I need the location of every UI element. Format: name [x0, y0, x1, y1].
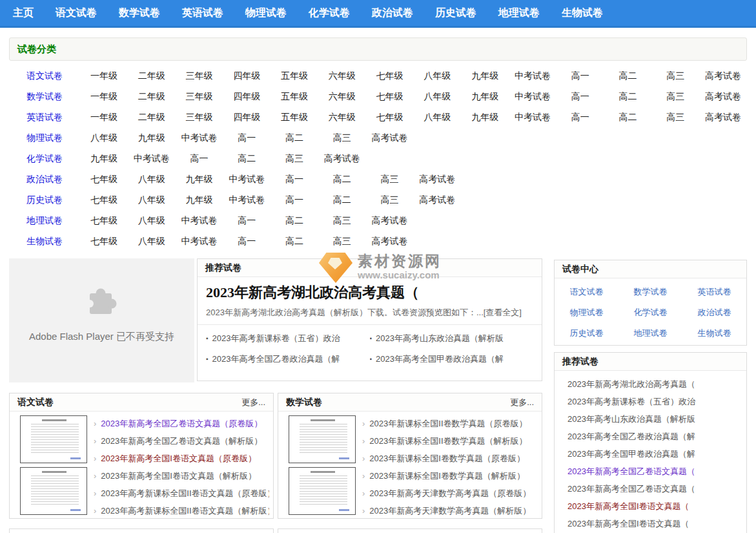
grade-link[interactable]: 六年级 [329, 91, 356, 101]
grade-link[interactable]: 四年级 [233, 112, 260, 122]
grade-link[interactable]: 高一 [238, 236, 256, 246]
paper-center-link[interactable]: 英语试卷 [682, 282, 746, 302]
paper-center-link[interactable]: 数学试卷 [618, 282, 682, 302]
recommended-item[interactable]: 2023年新高考全国I卷语文真题（ [567, 515, 746, 532]
grade-link[interactable]: 高一 [238, 215, 256, 225]
grade-link[interactable]: 五年级 [281, 70, 308, 81]
nav-item-5[interactable]: 化学试卷 [298, 0, 361, 26]
grade-link[interactable]: 高考试卷 [324, 153, 360, 163]
paper-thumbnail[interactable] [20, 415, 87, 463]
paper-center-link[interactable]: 语文试卷 [555, 282, 618, 302]
grade-link[interactable]: 中考试卷 [181, 132, 217, 143]
grade-link[interactable]: 高考试卷 [419, 194, 455, 205]
grade-link[interactable]: 高考试卷 [419, 174, 455, 184]
grade-link[interactable]: 中考试卷 [515, 70, 551, 81]
grade-link[interactable]: 高三 [381, 174, 399, 184]
grade-link[interactable]: 高二 [333, 174, 351, 184]
featured-link[interactable]: 2023年高考全国乙卷政治真题（解 [206, 353, 370, 365]
grade-link[interactable]: 九年级 [90, 153, 117, 163]
grade-link[interactable]: 八年级 [138, 174, 165, 184]
grade-link[interactable]: 中考试卷 [515, 91, 551, 101]
grade-link[interactable]: 高考试卷 [372, 215, 408, 225]
more-link[interactable]: 更多... [510, 393, 534, 411]
paper-link[interactable]: 2023年新课标全国II卷数学真题（解析版） [362, 432, 538, 450]
grade-link[interactable]: 八年级 [138, 236, 165, 246]
grade-link[interactable]: 高三 [381, 194, 399, 205]
grade-link[interactable]: 三年级 [185, 112, 212, 122]
paper-link[interactable]: 2023年新高考全国I卷语文真题（解析版） [94, 467, 269, 485]
grade-link[interactable]: 高二 [618, 70, 637, 81]
grade-link[interactable]: 八年级 [424, 112, 451, 122]
grade-link[interactable]: 高三 [333, 236, 351, 246]
grade-link[interactable]: 高二 [618, 91, 637, 101]
grade-link[interactable]: 三年级 [185, 91, 212, 101]
grade-link[interactable]: 九年级 [471, 91, 498, 101]
paper-link[interactable]: 2023年新高考天津数学高考真题（解析版） [362, 502, 538, 519]
recommended-item[interactable]: 2023年新高考全国I卷语文真题（ [567, 497, 746, 515]
grade-link[interactable]: 高一 [571, 70, 589, 81]
grade-link[interactable]: 中考试卷 [181, 215, 217, 225]
grade-link[interactable]: 一年级 [90, 112, 117, 122]
grade-link[interactable]: 八年级 [138, 215, 165, 225]
grade-link[interactable]: 八年级 [90, 132, 117, 143]
grade-link[interactable]: 高一 [571, 91, 589, 101]
grade-link[interactable]: 六年级 [329, 70, 356, 81]
grade-link[interactable]: 高考试卷 [705, 91, 741, 101]
grade-link[interactable]: 二年级 [138, 112, 165, 122]
grade-link[interactable]: 高一 [571, 112, 589, 122]
grade-link[interactable]: 中考试卷 [181, 236, 217, 246]
grade-link[interactable]: 高二 [618, 112, 637, 122]
recommended-item[interactable]: 2023年高考全国甲卷政治真题（解 [567, 445, 746, 463]
paper-thumbnail[interactable] [289, 415, 356, 463]
nav-item-8[interactable]: 地理试卷 [487, 0, 551, 26]
grade-link[interactable]: 八年级 [424, 70, 451, 81]
nav-item-0[interactable]: 主页 [2, 0, 45, 26]
grade-link[interactable]: 四年级 [233, 70, 260, 81]
paper-thumbnail[interactable] [289, 467, 356, 515]
grade-link[interactable]: 高一 [285, 174, 303, 184]
paper-link[interactable]: 2023年新高考天津数学高考真题（原卷版） [362, 485, 538, 502]
nav-item-9[interactable]: 生物试卷 [551, 0, 614, 26]
subject-link[interactable]: 历史试卷 [26, 194, 63, 205]
grade-link[interactable]: 三年级 [185, 70, 212, 81]
grade-link[interactable]: 高考试卷 [372, 132, 408, 143]
paper-center-link[interactable]: 地理试卷 [618, 323, 682, 344]
paper-center-link[interactable]: 历史试卷 [555, 323, 618, 344]
paper-center-link[interactable]: 生物试卷 [682, 323, 746, 344]
grade-link[interactable]: 高三 [333, 132, 351, 143]
subject-link[interactable]: 生物试卷 [26, 236, 63, 246]
grade-link[interactable]: 高三 [285, 153, 303, 163]
grade-link[interactable]: 中考试卷 [229, 174, 265, 184]
grade-link[interactable]: 中考试卷 [515, 112, 551, 122]
featured-link[interactable]: 2023年高考全国甲卷政治真题（解 [370, 353, 534, 365]
subject-link[interactable]: 语文试卷 [26, 70, 63, 81]
grade-link[interactable]: 六年级 [329, 112, 356, 122]
subject-link[interactable]: 政治试卷 [26, 174, 63, 184]
more-link[interactable]: 更多... [241, 393, 265, 411]
nav-item-2[interactable]: 数学试卷 [108, 0, 171, 26]
subject-link[interactable]: 数学试卷 [26, 91, 63, 101]
grade-link[interactable]: 中考试卷 [229, 194, 265, 205]
grade-link[interactable]: 高二 [285, 132, 303, 143]
grade-link[interactable]: 八年级 [424, 91, 451, 101]
grade-link[interactable]: 二年级 [138, 91, 165, 101]
grade-link[interactable]: 五年级 [281, 91, 308, 101]
recommended-item[interactable]: 2023年高考新课标卷（五省）政治 [567, 393, 746, 410]
subject-link[interactable]: 英语试卷 [26, 112, 63, 122]
featured-link[interactable]: 2023年高考山东政治真题（解析版 [370, 333, 534, 344]
subject-link[interactable]: 物理试卷 [26, 132, 63, 143]
nav-item-6[interactable]: 政治试卷 [361, 0, 424, 26]
nav-item-3[interactable]: 英语试卷 [171, 0, 234, 26]
paper-link[interactable]: 2023年高考新课标全国II卷语文真题（解析版） [94, 502, 269, 519]
paper-thumbnail[interactable] [20, 467, 87, 515]
grade-link[interactable]: 一年级 [90, 70, 117, 81]
paper-link[interactable]: 2023年新课标全国I卷数学真题（原卷版） [362, 450, 538, 467]
paper-center-link[interactable]: 物理试卷 [555, 302, 618, 323]
paper-center-link[interactable]: 政治试卷 [682, 302, 746, 323]
grade-link[interactable]: 高考试卷 [705, 112, 741, 122]
grade-link[interactable]: 七年级 [376, 91, 404, 101]
grade-link[interactable]: 七年级 [90, 215, 117, 225]
paper-center-link[interactable]: 化学试卷 [618, 302, 682, 323]
grade-link[interactable]: 二年级 [138, 70, 165, 81]
grade-link[interactable]: 八年级 [138, 194, 165, 205]
